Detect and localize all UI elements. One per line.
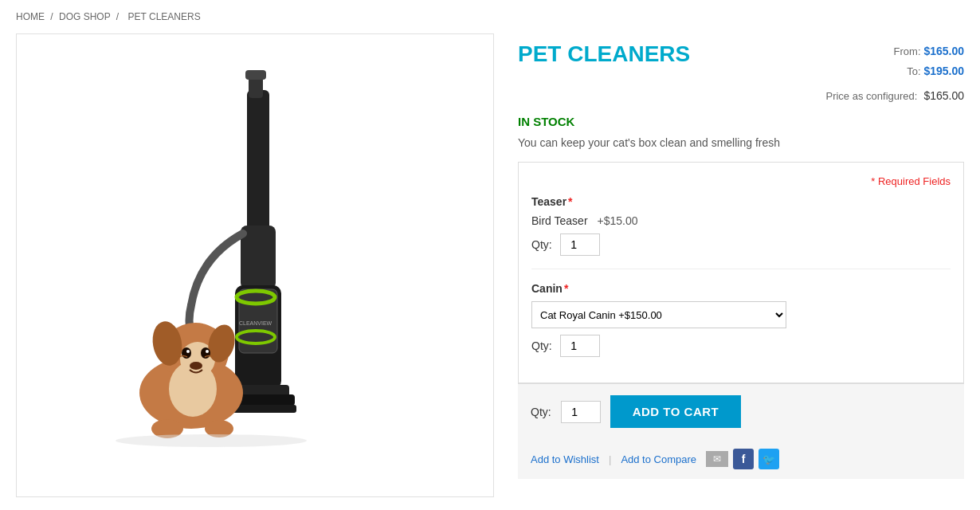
price-configured-row: Price as configured: $165.00: [518, 89, 964, 102]
facebook-icon[interactable]: f: [733, 449, 754, 469]
price-from: $165.00: [923, 45, 964, 57]
breadcrumb-home[interactable]: HOME: [16, 11, 45, 22]
product-description: You can keep your cat's box clean and sm…: [518, 136, 964, 149]
price-to: $195.00: [923, 65, 964, 77]
svg-text:CLEANVIEW: CLEANVIEW: [239, 320, 272, 326]
divider: |: [609, 453, 611, 465]
canin-qty-input[interactable]: [560, 335, 600, 357]
canin-select[interactable]: Cat Royal Canin +$150.00: [531, 301, 786, 328]
teaser-price: +$15.00: [598, 214, 638, 227]
teaser-required-star: *: [568, 195, 572, 208]
price-configured-label: Price as configured:: [825, 90, 917, 102]
svg-rect-7: [245, 70, 266, 80]
email-icon[interactable]: ✉: [706, 451, 728, 467]
add-to-compare-link[interactable]: Add to Compare: [621, 453, 696, 465]
in-stock-badge: IN STOCK: [518, 115, 964, 128]
svg-point-25: [116, 434, 307, 447]
product-details: PET CLEANERS From: $165.00 To: $195.00 P…: [518, 33, 964, 497]
price-configured: $165.00: [923, 89, 964, 102]
teaser-qty-row: Qty:: [531, 233, 951, 256]
canin-label: Canin*: [531, 282, 951, 295]
breadcrumb: HOME / DOG SHOP / PET CLEANERS: [0, 0, 980, 33]
social-section: Add to Wishlist | Add to Compare ✉ f 🐦: [518, 439, 964, 479]
teaser-qty-input[interactable]: [560, 233, 600, 256]
svg-rect-0: [247, 90, 269, 233]
breadcrumb-dogshop[interactable]: DOG SHOP: [59, 11, 110, 22]
breadcrumb-sep2: /: [116, 11, 119, 22]
twitter-icon[interactable]: 🐦: [759, 449, 779, 469]
product-image: CLEANVIEW: [17, 34, 493, 496]
canin-qty-label: Qty:: [531, 339, 552, 352]
canin-required-star: *: [564, 282, 568, 295]
svg-point-21: [206, 350, 209, 353]
product-title: PET CLEANERS: [518, 41, 690, 67]
teaser-value-row: Bird Teaser +$15.00: [531, 214, 951, 227]
cart-section: Qty: ADD TO CART: [518, 383, 964, 439]
add-to-cart-button[interactable]: ADD TO CART: [610, 395, 742, 428]
price-to-label: To:: [907, 65, 920, 77]
canin-option-section: Canin* Cat Royal Canin +$150.00 Qty:: [531, 282, 951, 370]
svg-point-22: [190, 362, 202, 370]
product-illustration: CLEANVIEW: [104, 50, 406, 481]
required-fields-note: * Required Fields: [531, 175, 951, 187]
options-box: * Required Fields Teaser* Bird Teaser +$…: [518, 162, 964, 383]
breadcrumb-current: PET CLEANERS: [128, 11, 201, 22]
product-image-section: CLEANVIEW: [16, 33, 494, 497]
cart-qty-label: Qty:: [531, 406, 551, 418]
price-range: From: $165.00 To: $195.00: [894, 41, 964, 81]
social-icons: ✉ f 🐦: [706, 449, 779, 469]
price-from-label: From:: [894, 45, 921, 57]
canin-qty-row: Qty:: [531, 335, 951, 357]
teaser-option-section: Teaser* Bird Teaser +$15.00 Qty:: [531, 195, 951, 269]
teaser-label: Teaser*: [531, 195, 951, 208]
main-content: CLEANVIEW: [0, 33, 980, 497]
svg-point-20: [186, 350, 190, 353]
add-to-wishlist-link[interactable]: Add to Wishlist: [531, 453, 599, 465]
cart-qty-input[interactable]: [561, 401, 601, 423]
teaser-qty-label: Qty:: [531, 238, 552, 251]
breadcrumb-sep1: /: [50, 11, 53, 22]
title-price-row: PET CLEANERS From: $165.00 To: $195.00: [518, 41, 964, 89]
canin-select-row: Cat Royal Canin +$150.00: [531, 301, 951, 328]
teaser-value: Bird Teaser: [531, 214, 588, 227]
